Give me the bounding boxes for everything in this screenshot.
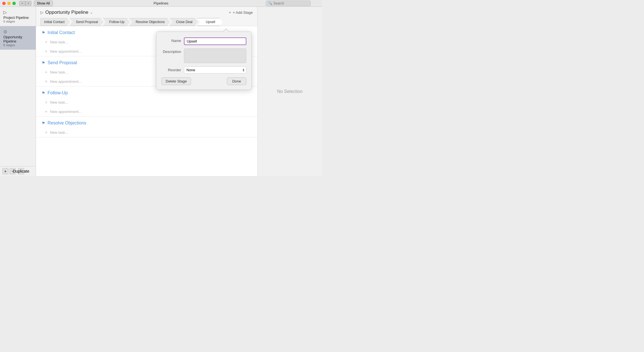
popup-name-label: Name <box>161 37 184 43</box>
stage-tabs: Initial Contact Send Proposal Follow-Up … <box>40 18 253 26</box>
popup-reorder-label: Reorder <box>161 68 184 72</box>
initial-contact-flag-icon: ⚑ <box>42 30 45 35</box>
popup-caret <box>223 29 229 32</box>
new-task-label-2: New task... <box>50 70 68 74</box>
sidebar: ▷ Project Pipeline 5 stages ⊙ Opportunit… <box>0 7 36 176</box>
plus-icon-6: ＋ <box>44 109 48 115</box>
nav-buttons: ‹ › <box>19 1 31 6</box>
popup-footer: Delete Stage Done <box>161 77 246 85</box>
pipeline-title-row: ▷ Opportunity Pipeline ⌄ ＋ + Add Stage <box>40 10 253 15</box>
search-input[interactable] <box>273 1 308 5</box>
popup-reorder-row: Reorder None After Initial Contact After… <box>161 66 246 73</box>
popup-reorder-select[interactable]: None After Initial Contact After Send Pr… <box>184 66 246 73</box>
resolve-objections-name[interactable]: Resolve Objections <box>48 121 86 126</box>
resolve-objections-flag-icon: ⚑ <box>42 121 45 125</box>
new-appt-label-1: New appointment... <box>50 49 82 54</box>
section-resolve-objections: ⚑ Resolve Objections ＋ New task... <box>36 117 257 137</box>
done-button[interactable]: Done <box>227 77 246 85</box>
section-resolve-objections-header: ⚑ Resolve Objections <box>36 117 257 128</box>
popup-description-label: Description <box>161 48 184 54</box>
project-pipeline-icon: ▷ <box>3 10 32 15</box>
popup-description-row: Description <box>161 48 246 63</box>
show-all-button[interactable]: Show All <box>34 1 53 6</box>
plus-icon-5: ＋ <box>44 99 48 105</box>
new-appt-label-3: New appointment... <box>50 110 82 114</box>
sidebar-item-opportunity-pipeline[interactable]: ⊙ Opportunity Pipeline 6 stages <box>0 26 36 50</box>
new-task-label-4: New task... <box>50 130 68 135</box>
follow-up-name[interactable]: Follow-Up <box>48 90 68 95</box>
tab-initial-contact[interactable]: Initial Contact <box>40 18 70 26</box>
no-selection-label: No Selection <box>277 89 303 94</box>
plus-icon-7: ＋ <box>44 130 48 135</box>
detail-panel: No Selection <box>257 7 322 176</box>
sidebar-footer: + − Duplicate <box>0 166 36 176</box>
new-appt-follow-up[interactable]: ＋ New appointment... <box>36 107 257 116</box>
pipeline-dropdown-icon[interactable]: ⌄ <box>90 10 93 14</box>
minimize-button[interactable] <box>7 2 11 5</box>
plus-icon-1: ＋ <box>44 39 48 45</box>
sidebar-item-project-sub: 5 stages <box>3 20 32 23</box>
duplicate-pipeline-button[interactable]: Duplicate <box>18 168 24 174</box>
follow-up-flag-icon: ⚑ <box>42 91 45 95</box>
delete-stage-button[interactable]: Delete Stage <box>161 77 191 85</box>
add-stage-label: + Add Stage <box>233 10 253 15</box>
sidebar-item-project-title: Project Pipeline <box>3 15 32 20</box>
tab-upsell[interactable]: Upsell <box>197 18 223 26</box>
titlebar: ‹ › Show All Pipelines 🔍 <box>0 0 322 7</box>
initial-contact-name[interactable]: Initial Contact <box>48 30 75 35</box>
popup-reorder-wrapper: None After Initial Contact After Send Pr… <box>184 66 246 73</box>
tab-resolve-objections[interactable]: Resolve Objections <box>129 18 170 26</box>
pipeline-title: ▷ Opportunity Pipeline ⌄ <box>40 10 93 15</box>
tab-send-proposal[interactable]: Send Proposal <box>69 18 103 26</box>
maximize-button[interactable] <box>12 2 16 5</box>
send-proposal-flag-icon: ⚑ <box>42 61 45 65</box>
close-button[interactable] <box>2 2 6 5</box>
new-appt-label-2: New appointment... <box>50 79 82 84</box>
add-stage-plus-icon: ＋ <box>228 10 232 15</box>
add-stage-button[interactable]: ＋ + Add Stage <box>228 10 253 15</box>
sidebar-item-opportunity-title: Opportunity Pipeline <box>3 35 32 43</box>
search-bar: 🔍 <box>266 1 311 6</box>
app-layout: ▷ Project Pipeline 5 stages ⊙ Opportunit… <box>0 7 322 176</box>
new-task-follow-up[interactable]: ＋ New task... <box>36 98 257 107</box>
plus-icon-3: ＋ <box>44 69 48 75</box>
send-proposal-name[interactable]: Send Proposal <box>48 60 77 65</box>
new-task-label-3: New task... <box>50 100 68 104</box>
section-follow-up: ⚑ Follow-Up ＋ New task... ＋ New appointm… <box>36 86 257 117</box>
forward-button[interactable]: › <box>25 1 31 6</box>
pipeline-name-label: Opportunity Pipeline <box>45 10 88 15</box>
new-task-resolve-objections[interactable]: ＋ New task... <box>36 128 257 137</box>
stage-edit-popup: Name Description Reorder None After Init… <box>156 32 252 90</box>
sidebar-item-opportunity-sub: 6 stages <box>3 43 32 47</box>
main-content: ▷ Opportunity Pipeline ⌄ ＋ + Add Stage I… <box>36 7 257 176</box>
tab-follow-up[interactable]: Follow-Up <box>103 18 130 26</box>
back-button[interactable]: ‹ <box>19 1 25 6</box>
plus-icon-4: ＋ <box>44 79 48 84</box>
pipeline-flag-icon: ▷ <box>40 10 44 15</box>
add-pipeline-button[interactable]: + <box>2 168 8 174</box>
pipeline-header: ▷ Opportunity Pipeline ⌄ ＋ + Add Stage I… <box>36 7 257 26</box>
window-controls <box>0 2 16 5</box>
popup-name-input[interactable] <box>184 37 246 45</box>
popup-description-textarea[interactable] <box>184 48 246 63</box>
window-title: Pipelines <box>154 1 168 5</box>
popup-name-row: Name <box>161 37 246 45</box>
sidebar-item-project-pipeline[interactable]: ▷ Project Pipeline 5 stages <box>0 7 36 26</box>
opportunity-pipeline-icon: ⊙ <box>3 29 32 34</box>
search-icon: 🔍 <box>268 1 272 5</box>
tab-close-deal[interactable]: Close Deal <box>170 18 198 26</box>
plus-icon-2: ＋ <box>44 48 48 54</box>
new-task-label-1: New task... <box>50 40 68 44</box>
